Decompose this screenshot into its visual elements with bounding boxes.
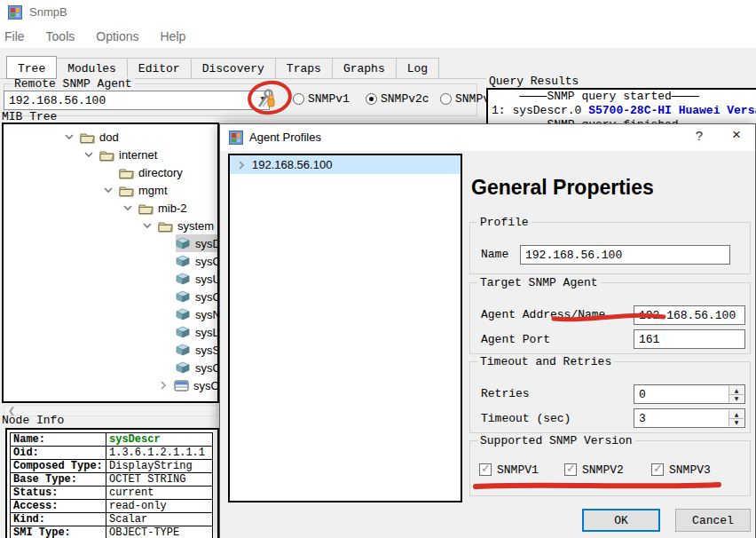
node-info-value: OCTET STRING	[106, 473, 213, 487]
profile-list-item-label: 192.168.56.100	[252, 158, 332, 171]
tree-item-sysuptime[interactable]: sysUp	[4, 270, 217, 288]
folder-icon	[119, 184, 134, 197]
close-icon[interactable]: ×	[721, 126, 752, 149]
agent-address-combobox[interactable]: 192.168.56.100 ▼	[4, 91, 270, 110]
agent-profiles-button[interactable]	[254, 87, 279, 112]
table-row: Composed Type:DisplayString	[11, 460, 213, 473]
tree-item-label: sysDe	[195, 237, 219, 250]
menu-help[interactable]: Help	[161, 27, 186, 46]
spin-up-icon[interactable]: ▲	[729, 410, 744, 419]
profile-name-field[interactable]: 192.168.56.100	[520, 245, 730, 265]
tree-item-dod[interactable]: dod	[4, 128, 217, 146]
profile-list: 192.168.56.100	[228, 154, 462, 502]
mib-node-icon	[176, 361, 191, 375]
node-info-value: OBJECT-TYPE	[106, 526, 213, 538]
mib-node-icon	[176, 344, 191, 357]
profile-name-value: 192.168.56.100	[525, 249, 622, 262]
timeout-stepper[interactable]: 3 ▲▼	[634, 408, 745, 428]
chevron-down-icon[interactable]	[122, 202, 133, 213]
tab-traps[interactable]: Traps	[276, 58, 333, 79]
tree-item-sysortable[interactable]: sysOR	[4, 376, 217, 394]
tab-editor[interactable]: Editor	[128, 58, 192, 79]
tree-item-label: sysOR	[195, 361, 219, 375]
tree-item-sysname[interactable]: sysNa	[4, 305, 217, 323]
retries-stepper[interactable]: 0 ▲▼	[634, 384, 745, 404]
chevron-down-icon[interactable]	[64, 131, 75, 142]
tree-item-sysobjectid[interactable]: sysOb	[4, 252, 217, 270]
checkbox-snmpv3-label: SNMPV3	[669, 463, 711, 477]
tab-discovery[interactable]: Discovery	[192, 58, 276, 79]
spin-down-icon[interactable]: ▼	[729, 419, 744, 427]
radio-snmpv2c[interactable]: SNMPv2c	[366, 91, 429, 106]
profile-group: Profile Name 192.168.56.100	[469, 222, 751, 274]
query-line-started: ————SNMP query started————	[488, 90, 756, 104]
tree-item-syslocation[interactable]: sysLo	[4, 323, 217, 341]
tree-item-mgmt[interactable]: mgmt	[4, 181, 217, 199]
cancel-button[interactable]: Cancel	[675, 509, 751, 532]
folder-icon	[158, 219, 173, 233]
checkbox-snmpv2[interactable]: SNMPV2	[564, 463, 624, 477]
table-row: SMI Type:OBJECT-TYPE	[11, 526, 213, 538]
tree-item-sysservices[interactable]: sysSe	[4, 341, 217, 359]
checkbox-snmpv1-label: SNMPV1	[497, 463, 539, 477]
node-info-key: Access:	[11, 500, 106, 513]
tree-item-label: sysSe	[195, 344, 219, 357]
profile-list-item[interactable]: 192.168.56.100	[230, 155, 461, 174]
radio-circle	[293, 93, 304, 105]
agent-address-field[interactable]: 192.168.56.100	[634, 305, 745, 325]
mib-node-icon	[176, 237, 191, 250]
tab-log[interactable]: Log	[397, 58, 439, 79]
tree-item-sysdescr[interactable]: sysDe	[4, 234, 217, 252]
ok-button[interactable]: OK	[582, 509, 660, 532]
menu-options[interactable]: Options	[96, 27, 138, 46]
tab-modules[interactable]: Modules	[57, 58, 128, 79]
remote-snmp-agent-label: Remote SNMP Agent	[12, 77, 135, 91]
tab-graphs[interactable]: Graphs	[333, 58, 397, 79]
spin-up-icon[interactable]: ▲	[729, 386, 744, 395]
checkbox-snmpv1[interactable]: SNMPV1	[479, 463, 539, 477]
node-info-key: Kind:	[11, 513, 106, 526]
mib-table-icon	[174, 379, 189, 392]
chevron-down-icon[interactable]	[83, 149, 94, 160]
dialog-title-bar[interactable]: Agent Profiles ? ×	[220, 124, 755, 151]
spin-down-icon[interactable]: ▼	[729, 395, 744, 403]
title-bar: SnmpB	[0, 0, 756, 25]
agent-address-label: Agent Address/Name	[481, 308, 605, 321]
tree-item-system[interactable]: system	[4, 217, 217, 234]
agent-address-value: 192.168.56.100	[9, 94, 106, 107]
table-row: Status:current	[11, 487, 213, 500]
node-info-value: read-only	[106, 500, 213, 513]
tree-item-label: sysLo	[195, 326, 219, 339]
tree-item-directory[interactable]: directory	[4, 163, 217, 181]
query-result-prefix: 1: sysDescr.0	[492, 104, 588, 117]
tree-item-label: sysOR	[193, 379, 219, 392]
tree-item-internet[interactable]: internet	[4, 146, 217, 163]
node-info-value: sysDescr	[106, 433, 213, 447]
chevron-down-icon[interactable]	[103, 185, 114, 195]
menu-tools[interactable]: Tools	[46, 27, 75, 46]
node-info-key: Composed Type:	[11, 460, 106, 473]
tab-tree[interactable]: Tree	[6, 56, 57, 79]
tree-item-mib-2[interactable]: mib-2	[4, 199, 217, 217]
tree-item-sysorlastchange[interactable]: sysOR	[4, 359, 217, 376]
tree-item-label: internet	[119, 148, 157, 162]
target-snmp-agent-group: Target SNMP Agent Agent Address/Name 192…	[469, 282, 751, 354]
node-info-value: current	[106, 487, 213, 500]
agent-profiles-dialog: Agent Profiles ? × 192.168.56.100 Genera…	[219, 123, 756, 538]
mib-tree: dod internet directory mgmt mib-2 system	[2, 123, 219, 403]
chevron-down-icon[interactable]	[142, 220, 153, 231]
folder-icon	[138, 202, 154, 215]
menu-file[interactable]: File	[4, 27, 25, 46]
query-result-value: S5700-28C-HI Huawei Versatile Routin	[588, 104, 756, 117]
mib-node-icon	[176, 273, 191, 286]
mib-node-icon	[176, 308, 191, 321]
chevron-right-icon[interactable]	[158, 380, 169, 391]
tree-item-syscontact[interactable]: sysCo	[4, 288, 217, 305]
checkbox-snmpv3[interactable]: SNMPV3	[651, 463, 711, 477]
chevron-right-icon[interactable]	[236, 160, 247, 170]
help-button[interactable]: ?	[686, 128, 713, 147]
radio-snmpv1[interactable]: SNMPv1	[293, 91, 350, 106]
mib-node-icon	[176, 290, 191, 304]
timeout-retries-group: Timeout and Retries Retries 0 ▲▼ Timeout…	[469, 361, 751, 433]
agent-port-field[interactable]: 161	[634, 329, 745, 349]
